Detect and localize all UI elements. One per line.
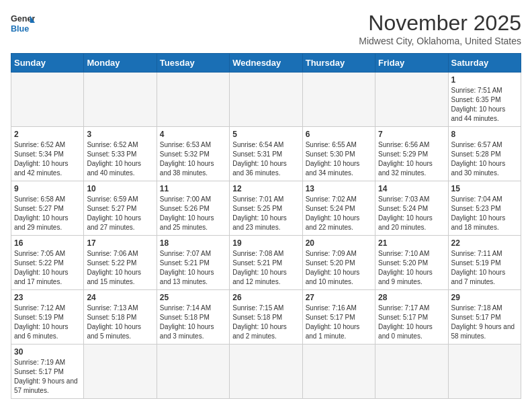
day-info: Sunrise: 6:59 AM Sunset: 5:27 PM Dayligh… (87, 195, 153, 232)
calendar-cell: 12Sunrise: 7:01 AM Sunset: 5:25 PM Dayli… (230, 181, 302, 236)
calendar-cell (230, 345, 302, 399)
day-number: 29 (451, 293, 518, 302)
calendar-cell (302, 73, 375, 127)
day-number: 16 (14, 238, 81, 248)
day-number: 6 (306, 130, 372, 139)
calendar-cell (230, 73, 302, 127)
calendar-header-thursday: Thursday (302, 54, 375, 73)
day-info: Sunrise: 7:17 AM Sunset: 5:17 PM Dayligh… (378, 304, 445, 341)
calendar-cell (157, 73, 229, 127)
calendar-cell: 22Sunrise: 7:11 AM Sunset: 5:19 PM Dayli… (448, 236, 521, 290)
calendar-cell: 20Sunrise: 7:09 AM Sunset: 5:20 PM Dayli… (302, 236, 375, 290)
day-number: 4 (160, 130, 226, 139)
day-number: 28 (378, 293, 445, 302)
logo: General Blue (11, 11, 35, 35)
day-info: Sunrise: 7:08 AM Sunset: 5:21 PM Dayligh… (232, 249, 299, 287)
day-info: Sunrise: 7:18 AM Sunset: 5:17 PM Dayligh… (451, 304, 518, 341)
calendar-cell: 15Sunrise: 7:04 AM Sunset: 5:23 PM Dayli… (448, 181, 521, 236)
calendar-cell: 16Sunrise: 7:05 AM Sunset: 5:22 PM Dayli… (11, 236, 84, 290)
calendar-week-row: 30Sunrise: 7:19 AM Sunset: 5:17 PM Dayli… (11, 345, 521, 399)
calendar-cell (157, 345, 229, 399)
day-number: 21 (378, 238, 445, 248)
day-info: Sunrise: 6:58 AM Sunset: 5:27 PM Dayligh… (14, 195, 81, 232)
calendar-header-tuesday: Tuesday (157, 54, 229, 73)
day-info: Sunrise: 7:14 AM Sunset: 5:18 PM Dayligh… (160, 304, 226, 341)
calendar-cell (375, 73, 448, 127)
calendar-week-row: 9Sunrise: 6:58 AM Sunset: 5:27 PM Daylig… (11, 181, 521, 236)
calendar-cell: 11Sunrise: 7:00 AM Sunset: 5:26 PM Dayli… (157, 181, 229, 236)
day-number: 26 (232, 293, 299, 302)
calendar-cell: 18Sunrise: 7:07 AM Sunset: 5:21 PM Dayli… (157, 236, 229, 290)
day-number: 24 (87, 293, 153, 302)
calendar-table: SundayMondayTuesdayWednesdayThursdayFrid… (11, 53, 521, 399)
day-info: Sunrise: 7:16 AM Sunset: 5:17 PM Dayligh… (306, 304, 372, 341)
calendar-cell: 28Sunrise: 7:17 AM Sunset: 5:17 PM Dayli… (375, 290, 448, 345)
day-number: 17 (87, 238, 153, 248)
page-header: General Blue November 2025 Midwest City,… (11, 11, 521, 46)
calendar-cell: 6Sunrise: 6:55 AM Sunset: 5:30 PM Daylig… (302, 127, 375, 181)
calendar-cell: 26Sunrise: 7:15 AM Sunset: 5:18 PM Dayli… (230, 290, 302, 345)
day-number: 25 (160, 293, 226, 302)
day-number: 27 (306, 293, 372, 302)
calendar-header-monday: Monday (84, 54, 157, 73)
day-number: 5 (232, 130, 299, 139)
month-title: November 2025 (359, 11, 521, 36)
day-info: Sunrise: 6:52 AM Sunset: 5:34 PM Dayligh… (14, 140, 81, 178)
calendar-cell: 5Sunrise: 6:54 AM Sunset: 5:31 PM Daylig… (230, 127, 302, 181)
day-info: Sunrise: 7:01 AM Sunset: 5:25 PM Dayligh… (232, 195, 299, 232)
calendar-cell: 1Sunrise: 7:51 AM Sunset: 6:35 PM Daylig… (448, 73, 521, 127)
calendar-cell: 13Sunrise: 7:02 AM Sunset: 5:24 PM Dayli… (302, 181, 375, 236)
calendar-header-sunday: Sunday (11, 54, 84, 73)
day-number: 10 (87, 184, 153, 193)
calendar-cell (302, 345, 375, 399)
calendar-cell: 25Sunrise: 7:14 AM Sunset: 5:18 PM Dayli… (157, 290, 229, 345)
calendar-cell (11, 73, 84, 127)
day-number: 23 (14, 293, 81, 302)
day-number: 1 (451, 75, 518, 85)
day-number: 3 (87, 130, 153, 139)
day-number: 12 (232, 184, 299, 193)
day-number: 11 (160, 184, 226, 193)
day-info: Sunrise: 7:04 AM Sunset: 5:23 PM Dayligh… (451, 195, 518, 232)
day-info: Sunrise: 7:13 AM Sunset: 5:18 PM Dayligh… (87, 304, 153, 341)
calendar-cell (84, 73, 157, 127)
calendar-header-saturday: Saturday (448, 54, 521, 73)
day-number: 7 (378, 130, 445, 139)
day-number: 18 (160, 238, 226, 248)
day-number: 20 (306, 238, 372, 248)
calendar-cell: 21Sunrise: 7:10 AM Sunset: 5:20 PM Dayli… (375, 236, 448, 290)
day-info: Sunrise: 6:53 AM Sunset: 5:32 PM Dayligh… (160, 140, 226, 178)
calendar-cell: 14Sunrise: 7:03 AM Sunset: 5:24 PM Dayli… (375, 181, 448, 236)
calendar-cell: 4Sunrise: 6:53 AM Sunset: 5:32 PM Daylig… (157, 127, 229, 181)
calendar-week-row: 16Sunrise: 7:05 AM Sunset: 5:22 PM Dayli… (11, 236, 521, 290)
day-info: Sunrise: 6:56 AM Sunset: 5:29 PM Dayligh… (378, 140, 445, 178)
calendar-cell (375, 345, 448, 399)
day-info: Sunrise: 7:00 AM Sunset: 5:26 PM Dayligh… (160, 195, 226, 232)
day-number: 9 (14, 184, 81, 193)
calendar-cell: 9Sunrise: 6:58 AM Sunset: 5:27 PM Daylig… (11, 181, 84, 236)
day-info: Sunrise: 6:55 AM Sunset: 5:30 PM Dayligh… (306, 140, 372, 178)
day-info: Sunrise: 7:11 AM Sunset: 5:19 PM Dayligh… (451, 249, 518, 287)
day-info: Sunrise: 7:07 AM Sunset: 5:21 PM Dayligh… (160, 249, 226, 287)
day-info: Sunrise: 7:51 AM Sunset: 6:35 PM Dayligh… (451, 86, 518, 124)
day-number: 14 (378, 184, 445, 193)
day-info: Sunrise: 7:05 AM Sunset: 5:22 PM Dayligh… (14, 249, 81, 287)
day-info: Sunrise: 7:06 AM Sunset: 5:22 PM Dayligh… (87, 249, 153, 287)
day-info: Sunrise: 6:57 AM Sunset: 5:28 PM Dayligh… (451, 140, 518, 178)
calendar-cell: 3Sunrise: 6:52 AM Sunset: 5:33 PM Daylig… (84, 127, 157, 181)
calendar-cell: 27Sunrise: 7:16 AM Sunset: 5:17 PM Dayli… (302, 290, 375, 345)
calendar-cell: 24Sunrise: 7:13 AM Sunset: 5:18 PM Dayli… (84, 290, 157, 345)
calendar-header-row: SundayMondayTuesdayWednesdayThursdayFrid… (11, 54, 521, 73)
day-number: 13 (306, 184, 372, 193)
calendar-cell: 7Sunrise: 6:56 AM Sunset: 5:29 PM Daylig… (375, 127, 448, 181)
calendar-header-wednesday: Wednesday (230, 54, 302, 73)
day-number: 19 (232, 238, 299, 248)
day-number: 30 (14, 347, 81, 357)
calendar-cell (84, 345, 157, 399)
calendar-cell: 17Sunrise: 7:06 AM Sunset: 5:22 PM Dayli… (84, 236, 157, 290)
day-number: 2 (14, 130, 81, 139)
day-info: Sunrise: 7:09 AM Sunset: 5:20 PM Dayligh… (306, 249, 372, 287)
calendar-cell: 8Sunrise: 6:57 AM Sunset: 5:28 PM Daylig… (448, 127, 521, 181)
svg-text:Blue: Blue (11, 24, 29, 34)
calendar-week-row: 23Sunrise: 7:12 AM Sunset: 5:19 PM Dayli… (11, 290, 521, 345)
